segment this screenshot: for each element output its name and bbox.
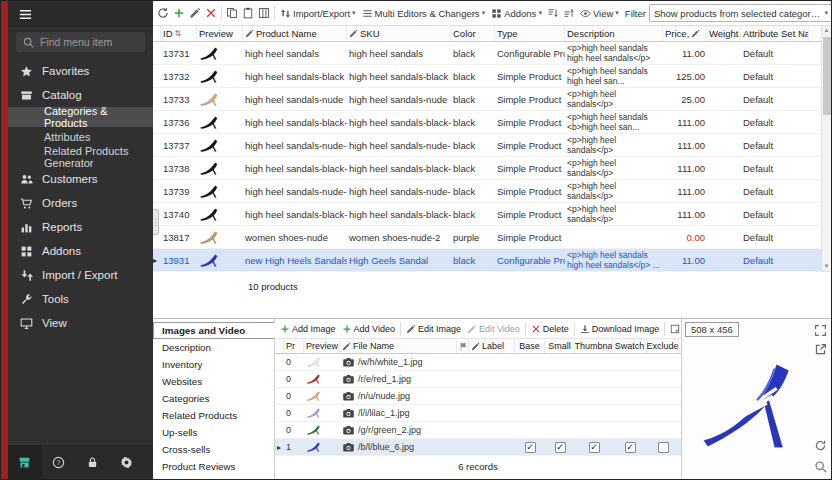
- column-header-product-name[interactable]: Product Name: [243, 26, 347, 41]
- vertical-scrollbar[interactable]: ▲ ▼: [821, 26, 831, 271]
- image-column-header-small[interactable]: Small: [545, 339, 575, 353]
- image-row-w-h-white-1-jpg[interactable]: 0/w/h/white_1.jpg: [275, 354, 681, 371]
- columns-button[interactable]: [256, 4, 272, 22]
- column-header-description[interactable]: Description: [565, 26, 663, 41]
- exclude-checkbox[interactable]: [658, 442, 669, 453]
- base-checkbox[interactable]: ✓: [525, 442, 536, 453]
- image-row-b-l-blue-6-jpg[interactable]: ▸1/b/l/blue_6.jpg✓✓✓✓: [275, 439, 681, 456]
- column-header-color[interactable]: Color: [451, 26, 495, 41]
- rotate-image-icon[interactable]: [812, 437, 828, 453]
- image-row-l-i-lilac-1-jpg[interactable]: 0/l/i/lilac_1.jpg: [275, 405, 681, 422]
- addons-dropdown[interactable]: Addons ▾: [488, 6, 545, 21]
- tab-up-sells[interactable]: Up-sells: [153, 424, 274, 441]
- column-header-sku[interactable]: SKU: [347, 26, 451, 41]
- sidebar-item-customers[interactable]: Customers: [8, 167, 153, 191]
- product-row-13733[interactable]: 13733high heel sandals-nudehigh heel san…: [153, 88, 821, 111]
- scrollbar-thumb[interactable]: [823, 37, 831, 115]
- sidebar-item-related-products-generator[interactable]: Related Products Generator: [8, 147, 153, 167]
- edit-image-button[interactable]: Edit Image: [403, 324, 464, 334]
- sidebar-item-orders[interactable]: Orders: [8, 191, 153, 215]
- sidebar-item-import-export[interactable]: Import / Export: [8, 263, 153, 287]
- open-in-window-icon[interactable]: [812, 341, 828, 357]
- image-column-header-base[interactable]: Base: [515, 339, 545, 353]
- hamburger-menu-icon[interactable]: [18, 7, 33, 22]
- add-video-button[interactable]: Add Video: [339, 324, 398, 334]
- product-row-13740[interactable]: 13740high heel sandals-black-38high heel…: [153, 203, 821, 226]
- sidebar-item-reports[interactable]: Reports: [8, 215, 153, 239]
- set-resize-rule-button[interactable]: Set Resize Rule: [667, 324, 681, 334]
- lock-icon[interactable]: [76, 445, 110, 479]
- edit-video-button[interactable]: Edit Video: [464, 324, 523, 334]
- settings-icon[interactable]: [109, 445, 143, 479]
- column-header-attribute-set-name[interactable]: Attribute Set Name: [741, 26, 809, 41]
- product-row-13739[interactable]: 13739high heel sandals-nude-37high heel …: [153, 180, 821, 203]
- paste-button[interactable]: [240, 4, 256, 22]
- column-header-preview[interactable]: Preview: [197, 26, 243, 41]
- tab-images-and-video[interactable]: Images and Video: [153, 322, 275, 339]
- small-checkbox[interactable]: ✓: [555, 442, 566, 453]
- sidebar-collapse-handle[interactable]: ⋮: [153, 209, 159, 235]
- image-row-g-r-green-2-jpg[interactable]: 0/g/r/green_2.jpg: [275, 422, 681, 439]
- swatch-checkbox[interactable]: ✓: [625, 442, 636, 453]
- product-row-13931[interactable]: ▸13931new High Heels SandalsHigh Geels S…: [153, 249, 821, 272]
- import-export-dropdown[interactable]: Import/Export ▾: [277, 6, 359, 21]
- column-header-id[interactable]: ID⇅: [161, 26, 197, 41]
- sidebar-item-catalog[interactable]: Catalog: [8, 83, 153, 107]
- sidebar-item-view[interactable]: View: [8, 311, 153, 335]
- sidebar-search-input[interactable]: Find menu item: [16, 32, 145, 52]
- tab-related-products[interactable]: Related Products: [153, 407, 274, 424]
- product-row-13731[interactable]: 13731high heel sandalshigh heel sandalsb…: [153, 42, 821, 65]
- collapse-all-button[interactable]: [561, 4, 577, 22]
- tab-websites[interactable]: Websites: [153, 373, 274, 390]
- copy-button[interactable]: [224, 4, 240, 22]
- image-column-header-preview[interactable]: Preview: [304, 339, 340, 353]
- add-image-button[interactable]: Add Image: [277, 324, 339, 334]
- category-filter-select[interactable]: Show products from selected categories ▾: [649, 4, 831, 22]
- tab-product-reviews[interactable]: Product Reviews: [153, 458, 274, 475]
- delete-product-button[interactable]: [203, 4, 219, 22]
- multi-editors-dropdown[interactable]: Multi Editors & Changers ▾: [359, 6, 489, 21]
- tab-categories[interactable]: Categories: [153, 390, 274, 407]
- image-column-header-exclude[interactable]: Exclude: [647, 339, 679, 353]
- product-row-13738[interactable]: 13738high heel sandals-black-37high heel…: [153, 157, 821, 180]
- image-row-r-e-red-1-jpg[interactable]: 0/r/e/red_1.jpg: [275, 371, 681, 388]
- refresh-button[interactable]: [155, 4, 171, 22]
- scroll-down-arrow[interactable]: ▼: [824, 262, 830, 271]
- zoom-image-icon[interactable]: [812, 458, 828, 474]
- tab-description[interactable]: Description: [153, 339, 274, 356]
- fullscreen-icon[interactable]: [812, 322, 828, 338]
- edit-product-button[interactable]: [187, 4, 203, 22]
- image-column-header-pr[interactable]: Pr: [284, 339, 304, 353]
- image-column-header-expand[interactable]: [275, 339, 284, 353]
- sidebar-item-favorites[interactable]: Favorites: [8, 59, 153, 83]
- image-column-header-flag[interactable]: [457, 339, 469, 353]
- image-column-header-thumbna[interactable]: Thumbna: [575, 339, 613, 353]
- column-header-price[interactable]: Price,: [663, 26, 707, 41]
- image-column-header-label[interactable]: Label: [469, 339, 515, 353]
- product-row-13736[interactable]: 13736high heel sandals-black-36high heel…: [153, 111, 821, 134]
- thumbnail-checkbox[interactable]: ✓: [589, 442, 600, 453]
- sidebar-item-tools[interactable]: Tools: [8, 287, 153, 311]
- column-header-weight[interactable]: Weight: [707, 26, 741, 41]
- product-row-13732[interactable]: 13732high heel sandals-blackhigh heel sa…: [153, 65, 821, 88]
- sidebar-item-addons[interactable]: Addons: [8, 239, 153, 263]
- store-manager-icon[interactable]: [8, 445, 42, 479]
- product-row-13817[interactable]: 13817women shoes-nudewomen shoes-nude-2p…: [153, 226, 821, 249]
- tab-cross-sells[interactable]: Cross-sells: [153, 441, 274, 458]
- expand-all-button[interactable]: [545, 4, 561, 22]
- image-column-header-file-name[interactable]: File Name: [340, 339, 457, 353]
- tab-inventory[interactable]: Inventory: [153, 356, 274, 373]
- column-header-type[interactable]: Type: [495, 26, 565, 41]
- sidebar-item-categories-products[interactable]: Categories & Products: [8, 107, 153, 127]
- view-dropdown[interactable]: View ▾: [577, 6, 622, 21]
- image-row-n-u-nude-jpg[interactable]: 0/n/u/nude.jpg: [275, 388, 681, 405]
- image-column-header-swatch[interactable]: Swatch: [613, 339, 647, 353]
- download-image-button[interactable]: Download Image: [577, 324, 663, 334]
- sidebar-item-attributes[interactable]: Attributes: [8, 127, 153, 147]
- delete-image-button[interactable]: Delete: [528, 324, 572, 334]
- add-product-button[interactable]: [171, 4, 187, 22]
- product-price-cell: 11.00: [663, 249, 707, 271]
- product-row-13737[interactable]: 13737high heel sandals-nude-36high heel …: [153, 134, 821, 157]
- help-icon[interactable]: ?: [42, 445, 76, 479]
- scroll-up-arrow[interactable]: ▲: [824, 26, 830, 35]
